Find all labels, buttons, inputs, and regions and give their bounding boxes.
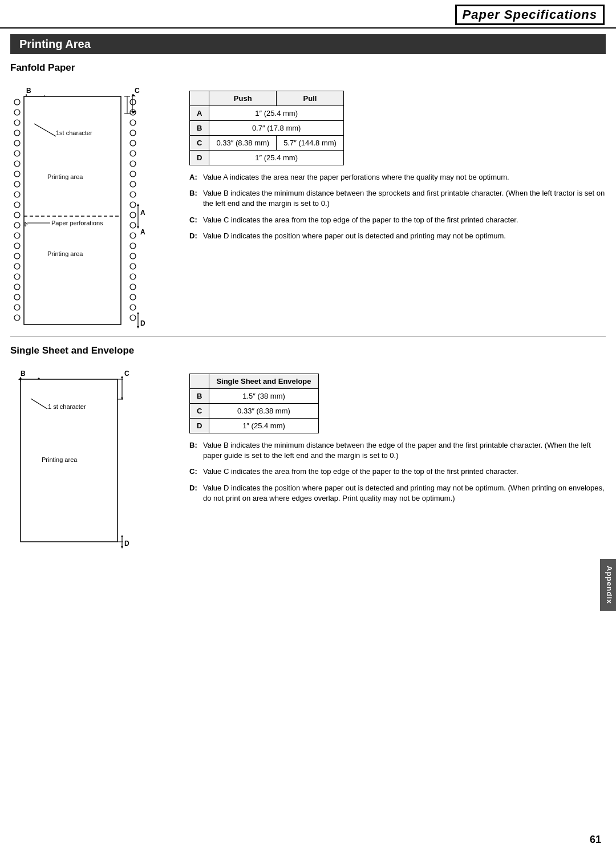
svg-point-45 <box>130 222 136 228</box>
desc-label-ss-d: D: <box>189 483 200 504</box>
row-value-c-push: 0.33″ (8.38 mm) <box>209 136 277 151</box>
desc-text-c: Value C indicates the area from the top … <box>203 215 518 225</box>
row-value-ss-d: 1″ (25.4 mm) <box>209 419 318 433</box>
svg-marker-71 <box>137 326 139 328</box>
row-label-ss-d: D <box>190 419 209 433</box>
desc-text-b: Value B indicates the minimum distance b… <box>203 188 606 209</box>
single-sheet-table-wrapper: Single Sheet and Envelope B 1.5″ (38 mm)… <box>189 374 606 433</box>
svg-marker-93 <box>121 546 123 549</box>
svg-text:D: D <box>124 539 129 547</box>
svg-point-39 <box>130 161 136 167</box>
desc-item-a: A: Value A indicates the area near the p… <box>189 172 606 182</box>
svg-point-25 <box>14 253 20 259</box>
svg-text:Printing area: Printing area <box>42 456 78 463</box>
svg-point-10 <box>14 99 20 105</box>
row-value-ss-b: 1.5″ (38 mm) <box>209 389 318 404</box>
svg-point-15 <box>14 151 20 156</box>
svg-point-14 <box>14 140 20 146</box>
svg-point-46 <box>130 233 136 238</box>
appendix-tab: Appendix <box>600 559 616 611</box>
desc-item-ss-d: D: Value D indicates the position where … <box>189 483 606 504</box>
section-title: Printing Area <box>10 34 606 54</box>
desc-label-b: B: <box>189 188 200 209</box>
col-header-push: Push <box>209 91 277 106</box>
table-row: C 0.33″ (8.38 mm) <box>190 404 319 419</box>
svg-marker-92 <box>121 535 123 537</box>
svg-text:Printing area: Printing area <box>47 173 83 180</box>
svg-marker-66 <box>137 226 139 229</box>
fanfold-diagram-col: B C <box>10 79 176 332</box>
table-row: C 0.33″ (8.38 mm) 5.7″ (144.8 mm) <box>190 136 344 151</box>
svg-point-30 <box>14 305 20 310</box>
desc-item-ss-c: C: Value C indicates the area from the t… <box>189 466 606 477</box>
row-value-ss-c: 0.33″ (8.38 mm) <box>209 404 318 419</box>
fanfold-right-col: Push Pull A 1″ (25.4 mm) B 0.7″ (17.8 mm… <box>189 79 606 332</box>
svg-point-33 <box>130 99 136 105</box>
svg-point-28 <box>14 284 20 290</box>
svg-text:Paper perforations: Paper perforations <box>51 220 103 226</box>
svg-marker-70 <box>137 312 139 314</box>
svg-point-49 <box>130 263 136 269</box>
svg-point-38 <box>130 151 136 156</box>
row-label-ss-c: C <box>190 404 209 419</box>
single-sheet-right-col: Single Sheet and Envelope B 1.5″ (38 mm)… <box>189 362 606 552</box>
row-value-b: 0.7″ (17.8 mm) <box>209 121 344 136</box>
svg-point-47 <box>130 243 136 249</box>
single-diagram-col: B C 1 st character Printing <box>10 362 176 552</box>
desc-text-ss-c: Value C indicates the area from the top … <box>203 466 518 477</box>
single-sheet-section: B C 1 st character Printing <box>10 362 606 552</box>
svg-rect-9 <box>11 96 23 324</box>
desc-label-ss-b: B: <box>189 440 200 461</box>
desc-text-d: Value D indicates the position where pap… <box>203 231 506 241</box>
svg-point-22 <box>14 222 20 228</box>
svg-point-16 <box>14 161 20 167</box>
svg-marker-82 <box>121 376 123 378</box>
svg-point-53 <box>130 305 136 310</box>
desc-label-d: D: <box>189 231 200 241</box>
svg-point-41 <box>130 181 136 187</box>
col-header-empty <box>190 91 209 106</box>
svg-point-12 <box>14 120 20 125</box>
svg-point-35 <box>130 120 136 125</box>
svg-text:C: C <box>135 87 140 95</box>
single-sheet-spec-table: Single Sheet and Envelope B 1.5″ (38 mm)… <box>189 374 319 433</box>
desc-label-a: A: <box>189 172 200 182</box>
table-row: D 1″ (25.4 mm) <box>190 151 344 165</box>
row-value-d: 1″ (25.4 mm) <box>209 151 344 165</box>
page-title: Paper Specifications <box>455 5 605 25</box>
row-label-c: C <box>190 136 209 151</box>
svg-point-50 <box>130 274 136 279</box>
svg-point-21 <box>14 212 20 218</box>
single-sheet-diagram: B C 1 st character Printing <box>10 368 176 552</box>
svg-marker-8 <box>131 111 136 113</box>
svg-point-42 <box>130 192 136 197</box>
desc-text-a: Value A indicates the area near the pape… <box>203 172 509 182</box>
table-row: D 1″ (25.4 mm) <box>190 419 319 433</box>
desc-item-d: D: Value D indicates the position where … <box>189 231 606 241</box>
single-sheet-heading: Single Sheet and Envelope <box>10 345 606 356</box>
svg-point-26 <box>14 263 20 269</box>
svg-text:A: A <box>140 209 145 217</box>
desc-text-ss-b: Value B indicates the minimum distance b… <box>203 440 606 461</box>
row-label-d: D <box>190 151 209 165</box>
row-label-b: B <box>190 121 209 136</box>
svg-text:A: A <box>140 228 145 236</box>
col-header-ss: Single Sheet and Envelope <box>209 374 318 389</box>
svg-text:D: D <box>140 319 145 327</box>
svg-marker-65 <box>137 204 139 206</box>
svg-point-13 <box>14 130 20 136</box>
fanfold-section: B C <box>10 79 606 332</box>
svg-point-19 <box>14 192 20 197</box>
svg-point-24 <box>14 243 20 249</box>
svg-point-54 <box>130 315 136 321</box>
svg-point-23 <box>14 233 20 238</box>
table-row: B 0.7″ (17.8 mm) <box>190 121 344 136</box>
svg-text:B: B <box>26 87 31 95</box>
desc-text-ss-d: Value D indicates the position where pap… <box>203 483 606 504</box>
single-sheet-descriptions: B: Value B indicates the minimum distanc… <box>189 440 606 504</box>
svg-point-27 <box>14 274 20 279</box>
page-header: Paper Specifications <box>0 0 616 29</box>
svg-point-18 <box>14 181 20 187</box>
svg-point-37 <box>130 140 136 146</box>
desc-label-c: C: <box>189 215 200 225</box>
